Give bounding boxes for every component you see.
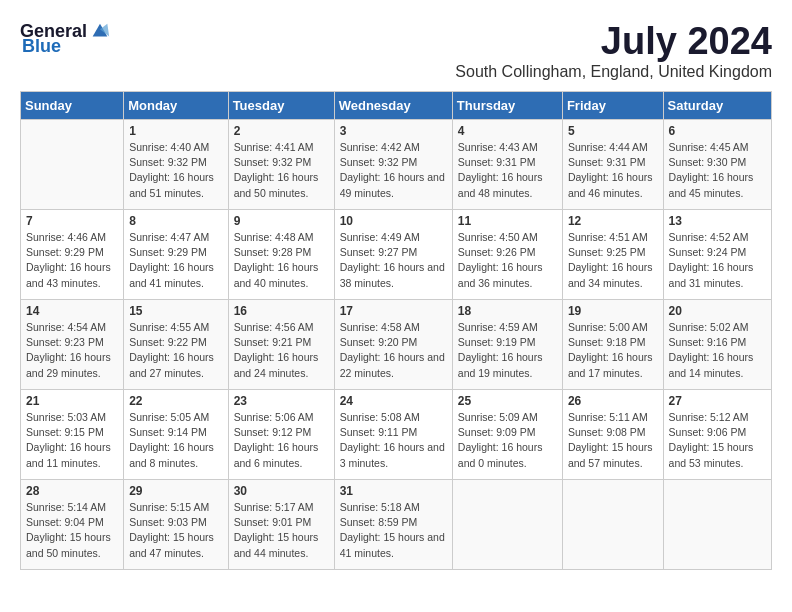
day-number: 1: [129, 124, 222, 138]
day-number: 14: [26, 304, 118, 318]
day-info: Sunrise: 4:47 AMSunset: 9:29 PMDaylight:…: [129, 230, 222, 291]
logo-icon: [89, 20, 111, 42]
day-info: Sunrise: 4:49 AMSunset: 9:27 PMDaylight:…: [340, 230, 447, 291]
col-header-sunday: Sunday: [21, 92, 124, 120]
day-number: 10: [340, 214, 447, 228]
day-info: Sunrise: 5:09 AMSunset: 9:09 PMDaylight:…: [458, 410, 557, 471]
calendar-cell: 17Sunrise: 4:58 AMSunset: 9:20 PMDayligh…: [334, 300, 452, 390]
calendar-week-row: 7Sunrise: 4:46 AMSunset: 9:29 PMDaylight…: [21, 210, 772, 300]
calendar-cell: 16Sunrise: 4:56 AMSunset: 9:21 PMDayligh…: [228, 300, 334, 390]
day-info: Sunrise: 5:00 AMSunset: 9:18 PMDaylight:…: [568, 320, 658, 381]
day-number: 6: [669, 124, 766, 138]
day-info: Sunrise: 4:54 AMSunset: 9:23 PMDaylight:…: [26, 320, 118, 381]
logo-blue-text: Blue: [22, 36, 61, 57]
calendar-cell: 21Sunrise: 5:03 AMSunset: 9:15 PMDayligh…: [21, 390, 124, 480]
day-number: 13: [669, 214, 766, 228]
col-header-friday: Friday: [562, 92, 663, 120]
day-number: 4: [458, 124, 557, 138]
day-info: Sunrise: 5:15 AMSunset: 9:03 PMDaylight:…: [129, 500, 222, 561]
day-info: Sunrise: 5:17 AMSunset: 9:01 PMDaylight:…: [234, 500, 329, 561]
day-info: Sunrise: 4:52 AMSunset: 9:24 PMDaylight:…: [669, 230, 766, 291]
day-number: 12: [568, 214, 658, 228]
header: General Blue July 2024 South Collingham,…: [20, 20, 772, 81]
calendar-cell: 26Sunrise: 5:11 AMSunset: 9:08 PMDayligh…: [562, 390, 663, 480]
day-info: Sunrise: 4:45 AMSunset: 9:30 PMDaylight:…: [669, 140, 766, 201]
calendar-week-row: 1Sunrise: 4:40 AMSunset: 9:32 PMDaylight…: [21, 120, 772, 210]
day-number: 11: [458, 214, 557, 228]
day-number: 29: [129, 484, 222, 498]
day-info: Sunrise: 5:11 AMSunset: 9:08 PMDaylight:…: [568, 410, 658, 471]
calendar-cell: 14Sunrise: 4:54 AMSunset: 9:23 PMDayligh…: [21, 300, 124, 390]
calendar-cell: 18Sunrise: 4:59 AMSunset: 9:19 PMDayligh…: [452, 300, 562, 390]
calendar-cell: 29Sunrise: 5:15 AMSunset: 9:03 PMDayligh…: [124, 480, 228, 570]
calendar-cell: 4Sunrise: 4:43 AMSunset: 9:31 PMDaylight…: [452, 120, 562, 210]
calendar-cell: 27Sunrise: 5:12 AMSunset: 9:06 PMDayligh…: [663, 390, 771, 480]
day-number: 17: [340, 304, 447, 318]
calendar-cell: 25Sunrise: 5:09 AMSunset: 9:09 PMDayligh…: [452, 390, 562, 480]
day-number: 3: [340, 124, 447, 138]
col-header-thursday: Thursday: [452, 92, 562, 120]
day-info: Sunrise: 5:02 AMSunset: 9:16 PMDaylight:…: [669, 320, 766, 381]
day-info: Sunrise: 4:55 AMSunset: 9:22 PMDaylight:…: [129, 320, 222, 381]
day-info: Sunrise: 5:14 AMSunset: 9:04 PMDaylight:…: [26, 500, 118, 561]
day-number: 20: [669, 304, 766, 318]
calendar-cell: 9Sunrise: 4:48 AMSunset: 9:28 PMDaylight…: [228, 210, 334, 300]
day-info: Sunrise: 4:50 AMSunset: 9:26 PMDaylight:…: [458, 230, 557, 291]
calendar-cell: 10Sunrise: 4:49 AMSunset: 9:27 PMDayligh…: [334, 210, 452, 300]
calendar-cell: 31Sunrise: 5:18 AMSunset: 8:59 PMDayligh…: [334, 480, 452, 570]
calendar-cell: 23Sunrise: 5:06 AMSunset: 9:12 PMDayligh…: [228, 390, 334, 480]
calendar-cell: 28Sunrise: 5:14 AMSunset: 9:04 PMDayligh…: [21, 480, 124, 570]
day-info: Sunrise: 4:42 AMSunset: 9:32 PMDaylight:…: [340, 140, 447, 201]
calendar-cell: 19Sunrise: 5:00 AMSunset: 9:18 PMDayligh…: [562, 300, 663, 390]
day-number: 8: [129, 214, 222, 228]
day-number: 9: [234, 214, 329, 228]
day-info: Sunrise: 4:58 AMSunset: 9:20 PMDaylight:…: [340, 320, 447, 381]
calendar-cell: 22Sunrise: 5:05 AMSunset: 9:14 PMDayligh…: [124, 390, 228, 480]
day-number: 24: [340, 394, 447, 408]
day-number: 5: [568, 124, 658, 138]
calendar-cell: 7Sunrise: 4:46 AMSunset: 9:29 PMDaylight…: [21, 210, 124, 300]
calendar-cell: 20Sunrise: 5:02 AMSunset: 9:16 PMDayligh…: [663, 300, 771, 390]
calendar-cell: [663, 480, 771, 570]
day-info: Sunrise: 5:06 AMSunset: 9:12 PMDaylight:…: [234, 410, 329, 471]
col-header-wednesday: Wednesday: [334, 92, 452, 120]
day-info: Sunrise: 4:43 AMSunset: 9:31 PMDaylight:…: [458, 140, 557, 201]
subtitle: South Collingham, England, United Kingdo…: [455, 63, 772, 81]
day-number: 27: [669, 394, 766, 408]
day-info: Sunrise: 4:56 AMSunset: 9:21 PMDaylight:…: [234, 320, 329, 381]
calendar-cell: 1Sunrise: 4:40 AMSunset: 9:32 PMDaylight…: [124, 120, 228, 210]
title-block: July 2024 South Collingham, England, Uni…: [455, 20, 772, 81]
day-number: 2: [234, 124, 329, 138]
day-number: 15: [129, 304, 222, 318]
calendar-cell: [452, 480, 562, 570]
day-info: Sunrise: 4:40 AMSunset: 9:32 PMDaylight:…: [129, 140, 222, 201]
day-info: Sunrise: 5:18 AMSunset: 8:59 PMDaylight:…: [340, 500, 447, 561]
calendar-cell: 30Sunrise: 5:17 AMSunset: 9:01 PMDayligh…: [228, 480, 334, 570]
day-info: Sunrise: 4:51 AMSunset: 9:25 PMDaylight:…: [568, 230, 658, 291]
day-info: Sunrise: 5:03 AMSunset: 9:15 PMDaylight:…: [26, 410, 118, 471]
col-header-monday: Monday: [124, 92, 228, 120]
col-header-saturday: Saturday: [663, 92, 771, 120]
day-number: 31: [340, 484, 447, 498]
col-header-tuesday: Tuesday: [228, 92, 334, 120]
day-number: 19: [568, 304, 658, 318]
day-number: 30: [234, 484, 329, 498]
day-number: 22: [129, 394, 222, 408]
calendar-cell: 11Sunrise: 4:50 AMSunset: 9:26 PMDayligh…: [452, 210, 562, 300]
calendar-cell: 2Sunrise: 4:41 AMSunset: 9:32 PMDaylight…: [228, 120, 334, 210]
calendar-cell: 12Sunrise: 4:51 AMSunset: 9:25 PMDayligh…: [562, 210, 663, 300]
calendar-week-row: 14Sunrise: 4:54 AMSunset: 9:23 PMDayligh…: [21, 300, 772, 390]
calendar-cell: 24Sunrise: 5:08 AMSunset: 9:11 PMDayligh…: [334, 390, 452, 480]
day-info: Sunrise: 5:05 AMSunset: 9:14 PMDaylight:…: [129, 410, 222, 471]
day-info: Sunrise: 4:46 AMSunset: 9:29 PMDaylight:…: [26, 230, 118, 291]
logo: General Blue: [20, 20, 111, 57]
calendar-week-row: 28Sunrise: 5:14 AMSunset: 9:04 PMDayligh…: [21, 480, 772, 570]
calendar-cell: 3Sunrise: 4:42 AMSunset: 9:32 PMDaylight…: [334, 120, 452, 210]
calendar-table: SundayMondayTuesdayWednesdayThursdayFrid…: [20, 91, 772, 570]
day-info: Sunrise: 5:12 AMSunset: 9:06 PMDaylight:…: [669, 410, 766, 471]
day-number: 25: [458, 394, 557, 408]
calendar-week-row: 21Sunrise: 5:03 AMSunset: 9:15 PMDayligh…: [21, 390, 772, 480]
main-title: July 2024: [455, 20, 772, 63]
day-info: Sunrise: 5:08 AMSunset: 9:11 PMDaylight:…: [340, 410, 447, 471]
day-info: Sunrise: 4:41 AMSunset: 9:32 PMDaylight:…: [234, 140, 329, 201]
